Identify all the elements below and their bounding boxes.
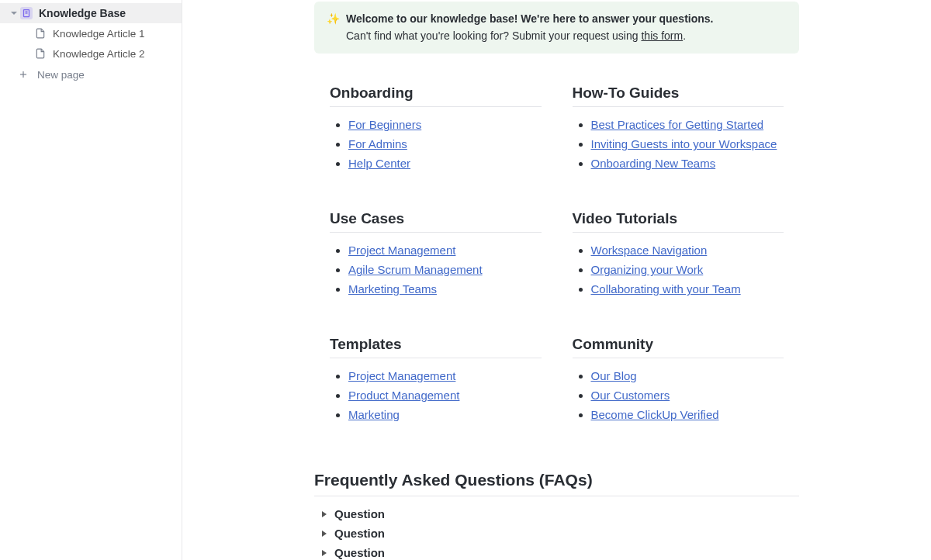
section-title: How-To Guides: [573, 85, 784, 107]
section-link-item: Collaborating with your Team: [591, 282, 784, 296]
callout-before-link: Can't find what you're looking for? Subm…: [346, 29, 641, 42]
page-icon: [34, 27, 47, 40]
faq-item[interactable]: Question: [314, 524, 799, 543]
sidebar-root-label: Knowledge Base: [39, 7, 126, 19]
section-link-item: Our Blog: [591, 369, 784, 382]
section-link-list: Our BlogOur CustomersBecome ClickUp Veri…: [573, 369, 784, 421]
section-link[interactable]: Marketing: [348, 408, 400, 421]
kb-section: TemplatesProject ManagementProduct Manag…: [330, 336, 542, 427]
section-link-item: Agile Scrum Management: [348, 263, 542, 276]
kb-section: How-To GuidesBest Practices for Getting …: [573, 85, 784, 176]
section-link[interactable]: Become ClickUp Verified: [591, 408, 719, 421]
section-link-item: Onboarding New Teams: [591, 157, 784, 170]
sidebar-item-article-1[interactable]: Knowledge Article 1: [0, 23, 182, 43]
section-link-item: Marketing: [348, 408, 542, 421]
faq-item[interactable]: Question: [314, 504, 799, 524]
section-title: Onboarding: [330, 85, 542, 107]
section-link-item: Inviting Guests into your Workspace: [591, 137, 784, 150]
section-link[interactable]: Product Management: [348, 389, 459, 402]
faq-item-label: Question: [334, 527, 385, 540]
triangle-right-icon: [320, 530, 330, 538]
sidebar-item-knowledge-base[interactable]: Knowledge Base: [0, 3, 182, 23]
section-link[interactable]: Help Center: [348, 157, 410, 170]
kb-section: CommunityOur BlogOur CustomersBecome Cli…: [573, 336, 784, 427]
main-content: ✨ Welcome to our knowledge base! We're h…: [182, 0, 931, 560]
section-link[interactable]: Our Blog: [591, 369, 637, 382]
sparkle-icon: ✨: [327, 11, 340, 44]
section-link[interactable]: Collaborating with your Team: [591, 282, 741, 296]
section-link[interactable]: For Beginners: [348, 118, 421, 131]
section-link-item: Product Management: [348, 389, 542, 402]
section-title: Community: [573, 336, 784, 358]
section-link-item: Organizing your Work: [591, 263, 784, 276]
section-link-list: Project ManagementProduct ManagementMark…: [330, 369, 542, 421]
kb-section: Video TutorialsWorkspace NavigationOrgan…: [573, 210, 784, 302]
section-link-list: Project ManagementAgile Scrum Management…: [330, 244, 542, 296]
section-link[interactable]: Agile Scrum Management: [348, 263, 483, 276]
faq-item-label: Question: [334, 507, 385, 520]
plus-icon: [17, 68, 29, 81]
faq-list: QuestionQuestionQuestion: [314, 504, 799, 560]
section-title: Templates: [330, 336, 542, 358]
new-page-label: New page: [37, 69, 85, 81]
sidebar: Knowledge Base Knowledge Article 1 Knowl…: [0, 0, 182, 560]
kb-section: Use CasesProject ManagementAgile Scrum M…: [330, 210, 542, 302]
new-page-button[interactable]: New page: [0, 64, 182, 85]
sidebar-item-label: Knowledge Article 2: [53, 48, 145, 60]
triangle-right-icon: [320, 510, 330, 518]
page-icon: [34, 47, 47, 60]
sections-grid: OnboardingFor BeginnersFor AdminsHelp Ce…: [314, 85, 799, 427]
section-link[interactable]: Onboarding New Teams: [591, 157, 716, 170]
section-link-item: Marketing Teams: [348, 282, 542, 296]
section-link[interactable]: Project Management: [348, 244, 455, 257]
section-title: Use Cases: [330, 210, 542, 233]
section-link-item: For Admins: [348, 137, 542, 150]
callout-text: Welcome to our knowledge base! We're her…: [346, 11, 713, 44]
doc-icon: [20, 7, 33, 19]
callout-after-link: .: [683, 29, 686, 42]
section-link-item: Project Management: [348, 369, 542, 382]
section-link[interactable]: Inviting Guests into your Workspace: [591, 137, 777, 150]
section-link-item: Best Practices for Getting Started: [591, 118, 784, 131]
section-link[interactable]: Marketing Teams: [348, 282, 437, 296]
section-link-list: For BeginnersFor AdminsHelp Center: [330, 118, 542, 170]
section-title: Video Tutorials: [573, 210, 784, 233]
faq-section: Frequently Asked Questions (FAQs) Questi…: [314, 471, 799, 560]
caret-down-icon[interactable]: [9, 9, 19, 18]
section-link-item: Project Management: [348, 244, 542, 257]
section-link-item: Workspace Navigation: [591, 244, 784, 257]
kb-section: OnboardingFor BeginnersFor AdminsHelp Ce…: [330, 85, 542, 176]
section-link-list: Best Practices for Getting StartedInviti…: [573, 118, 784, 170]
section-link[interactable]: Organizing your Work: [591, 263, 704, 276]
section-link-item: For Beginners: [348, 118, 542, 131]
sidebar-item-label: Knowledge Article 1: [53, 28, 145, 40]
faq-item-label: Question: [334, 546, 385, 559]
section-link-item: Our Customers: [591, 389, 784, 402]
callout-form-link[interactable]: this form: [641, 29, 683, 42]
section-link[interactable]: Project Management: [348, 369, 455, 382]
section-link-list: Workspace NavigationOrganizing your Work…: [573, 244, 784, 296]
sidebar-item-article-2[interactable]: Knowledge Article 2: [0, 43, 182, 64]
faq-item[interactable]: Question: [314, 543, 799, 560]
triangle-right-icon: [320, 549, 330, 557]
welcome-callout: ✨ Welcome to our knowledge base! We're h…: [314, 2, 799, 54]
section-link[interactable]: For Admins: [348, 137, 407, 150]
section-link-item: Become ClickUp Verified: [591, 408, 784, 421]
faq-title: Frequently Asked Questions (FAQs): [314, 471, 799, 496]
section-link[interactable]: Best Practices for Getting Started: [591, 118, 764, 131]
section-link[interactable]: Our Customers: [591, 389, 670, 402]
section-link[interactable]: Workspace Navigation: [591, 244, 708, 257]
callout-bold: Welcome to our knowledge base! We're her…: [346, 12, 713, 25]
section-link-item: Help Center: [348, 157, 542, 170]
